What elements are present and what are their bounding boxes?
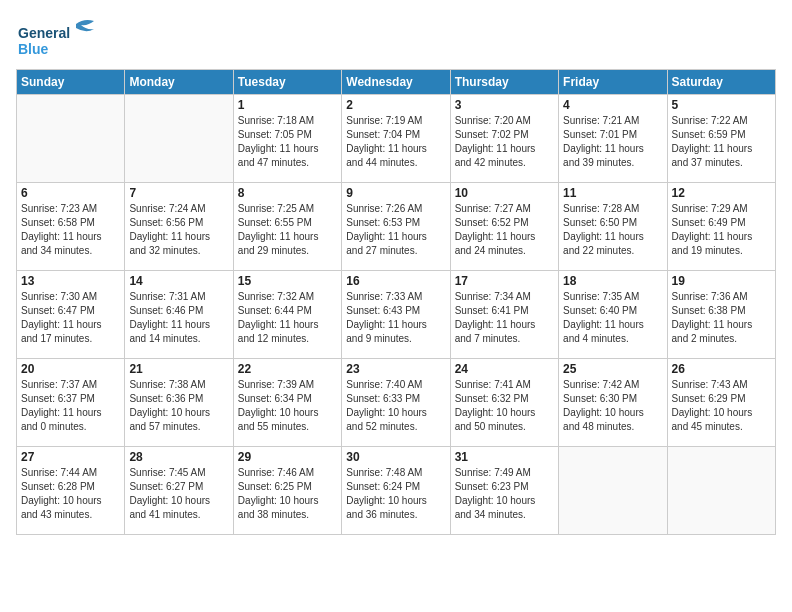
calendar-cell: 5Sunrise: 7:22 AM Sunset: 6:59 PM Daylig… — [667, 95, 775, 183]
day-info: Sunrise: 7:34 AM Sunset: 6:41 PM Dayligh… — [455, 290, 554, 346]
calendar-cell: 30Sunrise: 7:48 AM Sunset: 6:24 PM Dayli… — [342, 447, 450, 535]
weekday-header-sunday: Sunday — [17, 70, 125, 95]
weekday-header-tuesday: Tuesday — [233, 70, 341, 95]
day-info: Sunrise: 7:27 AM Sunset: 6:52 PM Dayligh… — [455, 202, 554, 258]
calendar-cell: 11Sunrise: 7:28 AM Sunset: 6:50 PM Dayli… — [559, 183, 667, 271]
day-info: Sunrise: 7:37 AM Sunset: 6:37 PM Dayligh… — [21, 378, 120, 434]
day-info: Sunrise: 7:29 AM Sunset: 6:49 PM Dayligh… — [672, 202, 771, 258]
calendar-cell: 18Sunrise: 7:35 AM Sunset: 6:40 PM Dayli… — [559, 271, 667, 359]
calendar-cell — [667, 447, 775, 535]
calendar-cell: 24Sunrise: 7:41 AM Sunset: 6:32 PM Dayli… — [450, 359, 558, 447]
day-number: 14 — [129, 274, 228, 288]
day-number: 6 — [21, 186, 120, 200]
day-info: Sunrise: 7:49 AM Sunset: 6:23 PM Dayligh… — [455, 466, 554, 522]
calendar-cell: 8Sunrise: 7:25 AM Sunset: 6:55 PM Daylig… — [233, 183, 341, 271]
weekday-header-monday: Monday — [125, 70, 233, 95]
day-number: 19 — [672, 274, 771, 288]
calendar-cell: 1Sunrise: 7:18 AM Sunset: 7:05 PM Daylig… — [233, 95, 341, 183]
calendar-cell: 13Sunrise: 7:30 AM Sunset: 6:47 PM Dayli… — [17, 271, 125, 359]
day-info: Sunrise: 7:41 AM Sunset: 6:32 PM Dayligh… — [455, 378, 554, 434]
logo-svg: General Blue — [16, 16, 106, 61]
day-info: Sunrise: 7:18 AM Sunset: 7:05 PM Dayligh… — [238, 114, 337, 170]
day-number: 7 — [129, 186, 228, 200]
day-info: Sunrise: 7:39 AM Sunset: 6:34 PM Dayligh… — [238, 378, 337, 434]
day-info: Sunrise: 7:22 AM Sunset: 6:59 PM Dayligh… — [672, 114, 771, 170]
calendar-cell: 15Sunrise: 7:32 AM Sunset: 6:44 PM Dayli… — [233, 271, 341, 359]
weekday-header-friday: Friday — [559, 70, 667, 95]
calendar-cell: 26Sunrise: 7:43 AM Sunset: 6:29 PM Dayli… — [667, 359, 775, 447]
day-info: Sunrise: 7:35 AM Sunset: 6:40 PM Dayligh… — [563, 290, 662, 346]
calendar-cell: 3Sunrise: 7:20 AM Sunset: 7:02 PM Daylig… — [450, 95, 558, 183]
day-number: 5 — [672, 98, 771, 112]
week-row-1: 1Sunrise: 7:18 AM Sunset: 7:05 PM Daylig… — [17, 95, 776, 183]
calendar-cell: 12Sunrise: 7:29 AM Sunset: 6:49 PM Dayli… — [667, 183, 775, 271]
day-number: 16 — [346, 274, 445, 288]
day-number: 18 — [563, 274, 662, 288]
day-number: 13 — [21, 274, 120, 288]
calendar-cell: 16Sunrise: 7:33 AM Sunset: 6:43 PM Dayli… — [342, 271, 450, 359]
calendar-cell: 9Sunrise: 7:26 AM Sunset: 6:53 PM Daylig… — [342, 183, 450, 271]
calendar-cell: 19Sunrise: 7:36 AM Sunset: 6:38 PM Dayli… — [667, 271, 775, 359]
weekday-header-wednesday: Wednesday — [342, 70, 450, 95]
calendar-cell — [125, 95, 233, 183]
day-number: 29 — [238, 450, 337, 464]
day-info: Sunrise: 7:30 AM Sunset: 6:47 PM Dayligh… — [21, 290, 120, 346]
calendar-cell: 2Sunrise: 7:19 AM Sunset: 7:04 PM Daylig… — [342, 95, 450, 183]
day-number: 2 — [346, 98, 445, 112]
day-number: 17 — [455, 274, 554, 288]
weekday-header-row: SundayMondayTuesdayWednesdayThursdayFrid… — [17, 70, 776, 95]
day-info: Sunrise: 7:38 AM Sunset: 6:36 PM Dayligh… — [129, 378, 228, 434]
calendar-cell: 28Sunrise: 7:45 AM Sunset: 6:27 PM Dayli… — [125, 447, 233, 535]
calendar-cell — [17, 95, 125, 183]
day-number: 3 — [455, 98, 554, 112]
day-number: 26 — [672, 362, 771, 376]
day-number: 10 — [455, 186, 554, 200]
calendar-cell: 29Sunrise: 7:46 AM Sunset: 6:25 PM Dayli… — [233, 447, 341, 535]
day-number: 30 — [346, 450, 445, 464]
day-info: Sunrise: 7:24 AM Sunset: 6:56 PM Dayligh… — [129, 202, 228, 258]
calendar-cell: 27Sunrise: 7:44 AM Sunset: 6:28 PM Dayli… — [17, 447, 125, 535]
day-number: 15 — [238, 274, 337, 288]
day-number: 22 — [238, 362, 337, 376]
calendar-cell — [559, 447, 667, 535]
day-info: Sunrise: 7:32 AM Sunset: 6:44 PM Dayligh… — [238, 290, 337, 346]
page-header: General Blue — [16, 16, 776, 61]
calendar-cell: 4Sunrise: 7:21 AM Sunset: 7:01 PM Daylig… — [559, 95, 667, 183]
weekday-header-thursday: Thursday — [450, 70, 558, 95]
calendar-table: SundayMondayTuesdayWednesdayThursdayFrid… — [16, 69, 776, 535]
calendar-cell: 14Sunrise: 7:31 AM Sunset: 6:46 PM Dayli… — [125, 271, 233, 359]
day-number: 20 — [21, 362, 120, 376]
day-info: Sunrise: 7:25 AM Sunset: 6:55 PM Dayligh… — [238, 202, 337, 258]
day-info: Sunrise: 7:45 AM Sunset: 6:27 PM Dayligh… — [129, 466, 228, 522]
day-info: Sunrise: 7:42 AM Sunset: 6:30 PM Dayligh… — [563, 378, 662, 434]
day-number: 27 — [21, 450, 120, 464]
week-row-2: 6Sunrise: 7:23 AM Sunset: 6:58 PM Daylig… — [17, 183, 776, 271]
day-info: Sunrise: 7:20 AM Sunset: 7:02 PM Dayligh… — [455, 114, 554, 170]
calendar-cell: 20Sunrise: 7:37 AM Sunset: 6:37 PM Dayli… — [17, 359, 125, 447]
day-number: 21 — [129, 362, 228, 376]
day-number: 25 — [563, 362, 662, 376]
day-info: Sunrise: 7:43 AM Sunset: 6:29 PM Dayligh… — [672, 378, 771, 434]
logo: General Blue — [16, 16, 106, 61]
calendar-cell: 21Sunrise: 7:38 AM Sunset: 6:36 PM Dayli… — [125, 359, 233, 447]
calendar-cell: 7Sunrise: 7:24 AM Sunset: 6:56 PM Daylig… — [125, 183, 233, 271]
calendar-cell: 31Sunrise: 7:49 AM Sunset: 6:23 PM Dayli… — [450, 447, 558, 535]
day-number: 1 — [238, 98, 337, 112]
calendar-cell: 17Sunrise: 7:34 AM Sunset: 6:41 PM Dayli… — [450, 271, 558, 359]
day-info: Sunrise: 7:23 AM Sunset: 6:58 PM Dayligh… — [21, 202, 120, 258]
day-info: Sunrise: 7:48 AM Sunset: 6:24 PM Dayligh… — [346, 466, 445, 522]
calendar-cell: 23Sunrise: 7:40 AM Sunset: 6:33 PM Dayli… — [342, 359, 450, 447]
day-number: 12 — [672, 186, 771, 200]
svg-text:General: General — [18, 25, 70, 41]
day-info: Sunrise: 7:19 AM Sunset: 7:04 PM Dayligh… — [346, 114, 445, 170]
week-row-3: 13Sunrise: 7:30 AM Sunset: 6:47 PM Dayli… — [17, 271, 776, 359]
day-number: 24 — [455, 362, 554, 376]
calendar-cell: 6Sunrise: 7:23 AM Sunset: 6:58 PM Daylig… — [17, 183, 125, 271]
day-number: 9 — [346, 186, 445, 200]
weekday-header-saturday: Saturday — [667, 70, 775, 95]
day-info: Sunrise: 7:36 AM Sunset: 6:38 PM Dayligh… — [672, 290, 771, 346]
day-info: Sunrise: 7:21 AM Sunset: 7:01 PM Dayligh… — [563, 114, 662, 170]
day-info: Sunrise: 7:44 AM Sunset: 6:28 PM Dayligh… — [21, 466, 120, 522]
day-info: Sunrise: 7:26 AM Sunset: 6:53 PM Dayligh… — [346, 202, 445, 258]
week-row-5: 27Sunrise: 7:44 AM Sunset: 6:28 PM Dayli… — [17, 447, 776, 535]
